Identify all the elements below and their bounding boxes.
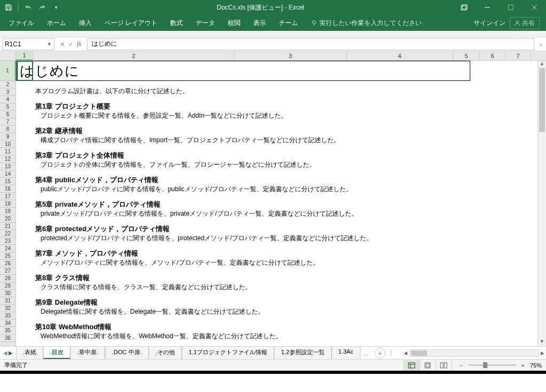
row-header[interactable]: 33 — [0, 312, 15, 320]
column-header[interactable]: 7 — [505, 51, 531, 60]
row-header[interactable]: 23 — [0, 238, 15, 245]
row-header[interactable]: 9 — [0, 133, 15, 141]
zoom-slider[interactable] — [468, 364, 516, 366]
ribbon-display-options-icon[interactable] — [456, 0, 472, 15]
row-header[interactable]: 28 — [0, 275, 15, 282]
column-header[interactable]: 4 — [347, 51, 453, 60]
undo-icon[interactable] — [24, 3, 33, 12]
row-header[interactable]: 17 — [0, 193, 15, 200]
sheet-nav-prev-icon[interactable]: ◀ — [3, 350, 7, 356]
row-header[interactable]: 11 — [0, 148, 15, 156]
sheet-tab[interactable]: .その他 — [149, 347, 182, 359]
row-header[interactable]: 31 — [0, 297, 15, 305]
vertical-scrollbar[interactable]: ▲ ▼ — [537, 61, 546, 346]
row-header[interactable]: 34 — [0, 320, 15, 327]
tab-page-layout[interactable]: ページ レイアウト — [98, 15, 164, 31]
row-header[interactable]: 32 — [0, 305, 15, 312]
hscroll-left-icon[interactable]: ◀ — [402, 350, 410, 356]
sheet-tabs-more[interactable]: ... — [360, 350, 372, 356]
row-header[interactable]: 10 — [0, 141, 15, 148]
row-header[interactable]: 18 — [0, 200, 15, 208]
zoom-in-button[interactable]: + — [519, 362, 527, 369]
sheet-tab[interactable]: 1.1プロジェクトファイル情報 — [182, 347, 274, 359]
row-header[interactable]: 16 — [0, 185, 15, 193]
sheet-tab[interactable]: 1.3Ac — [332, 347, 360, 359]
row-header[interactable]: 36 — [0, 334, 15, 342]
row-header[interactable]: 20 — [0, 215, 15, 223]
sheet-tab[interactable]: 1.2参照設定一覧 — [274, 347, 331, 359]
column-header[interactable]: 1 — [16, 51, 33, 60]
share-button[interactable]: 共有 — [510, 17, 540, 29]
zoom-slider-knob[interactable] — [483, 362, 487, 368]
row-header[interactable]: 25 — [0, 252, 15, 260]
qat-customize-icon[interactable]: ▾ — [52, 3, 60, 12]
row-header[interactable]: 12 — [0, 156, 15, 163]
formula-input[interactable]: はじめに — [87, 38, 534, 50]
zoom-out-button[interactable]: − — [457, 362, 465, 369]
sheet-tab[interactable]: .DOC 中扉. — [105, 347, 149, 359]
horizontal-scrollbar[interactable] — [410, 349, 539, 357]
tab-review[interactable]: 校閲 — [221, 15, 247, 31]
row-header[interactable]: 35 — [0, 327, 15, 334]
tab-home[interactable]: ホーム — [41, 15, 73, 31]
close-button[interactable] — [523, 0, 546, 15]
tab-file[interactable]: ファイル — [2, 15, 41, 31]
scroll-down-icon[interactable]: ▼ — [538, 339, 546, 346]
row-header[interactable]: 4 — [0, 96, 15, 103]
hscroll-thumb[interactable] — [411, 350, 427, 356]
formula-expand-icon[interactable]: ⌄ — [536, 42, 546, 47]
row-header[interactable]: 6 — [0, 111, 15, 118]
view-page-layout-button[interactable] — [420, 360, 436, 371]
row-header[interactable]: 26 — [0, 260, 15, 267]
sign-in-link[interactable]: サインイン — [473, 19, 505, 28]
sheet-tab[interactable]: .目次 — [43, 347, 70, 359]
enter-icon[interactable]: ✓ — [68, 40, 74, 48]
chevron-down-icon[interactable]: ▼ — [47, 42, 52, 47]
minimize-button[interactable] — [476, 0, 499, 15]
fx-icon[interactable]: fx — [77, 40, 82, 48]
sheet-tab[interactable]: .表紙 — [16, 347, 43, 359]
row-header[interactable]: 24 — [0, 245, 15, 252]
zoom-level[interactable]: 75% — [530, 362, 542, 369]
cancel-icon[interactable]: ✕ — [60, 40, 65, 48]
row-header[interactable]: 2 — [0, 81, 15, 88]
select-all-cell[interactable] — [0, 51, 16, 60]
row-header[interactable]: 1 — [0, 61, 15, 81]
redo-icon[interactable] — [38, 3, 46, 12]
tab-insert[interactable]: 挿入 — [73, 15, 98, 31]
row-header[interactable]: 5 — [0, 103, 15, 111]
column-header[interactable]: 5 — [453, 51, 480, 60]
name-box[interactable]: R1C1 ▼ — [2, 38, 54, 50]
row-header[interactable]: 27 — [0, 267, 15, 275]
tab-formulas[interactable]: 数式 — [164, 15, 189, 31]
column-header[interactable]: 2 — [33, 51, 235, 60]
row-header[interactable]: 21 — [0, 223, 15, 230]
tab-data[interactable]: データ — [189, 15, 221, 31]
tell-me-search[interactable]: 実行したい作業を入力してください — [304, 19, 422, 28]
row-header[interactable]: 7 — [0, 118, 15, 126]
tab-split-handle[interactable]: ⋮ — [386, 349, 398, 356]
column-header[interactable]: 6 — [480, 51, 505, 60]
row-header[interactable]: 13 — [0, 163, 15, 170]
hscroll-right-icon[interactable]: ▶ — [539, 350, 546, 356]
view-page-break-button[interactable] — [436, 360, 452, 371]
row-header[interactable]: 3 — [0, 88, 15, 96]
column-header[interactable]: 3 — [235, 51, 347, 60]
cells-area[interactable]: はじめに 本プログラム設計書は、以下の章に分けて記述した。 第1章 プロジェクト… — [16, 61, 546, 346]
row-header[interactable]: 14 — [0, 170, 15, 178]
scroll-up-icon[interactable]: ▲ — [538, 61, 546, 68]
view-normal-button[interactable] — [404, 360, 420, 371]
scroll-thumb[interactable] — [539, 68, 545, 132]
row-header[interactable]: 30 — [0, 290, 15, 297]
maximize-button[interactable] — [499, 0, 523, 15]
tab-team[interactable]: チーム — [272, 15, 304, 31]
row-header[interactable]: 15 — [0, 178, 15, 185]
row-header[interactable]: 19 — [0, 208, 15, 215]
tab-view[interactable]: 表示 — [247, 15, 272, 31]
row-header[interactable]: 8 — [0, 126, 15, 133]
save-icon[interactable] — [4, 3, 13, 12]
sheet-tab[interactable]: .章中扉. — [70, 347, 105, 359]
row-header[interactable]: 22 — [0, 230, 15, 238]
new-sheet-button[interactable]: + — [375, 348, 386, 358]
sheet-nav-next-icon[interactable]: ▶ — [9, 350, 13, 356]
